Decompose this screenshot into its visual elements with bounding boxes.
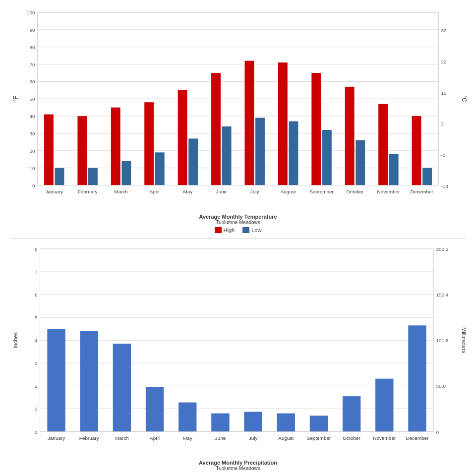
svg-text:50.8: 50.8 xyxy=(436,383,446,389)
svg-text:June: June xyxy=(215,435,226,440)
svg-text:March: March xyxy=(114,189,128,194)
svg-text:101.6: 101.6 xyxy=(436,338,449,343)
svg-rect-46 xyxy=(222,126,232,185)
temperature-chart-section: 0102030405060708090100-18-82122232°F°CJa… xyxy=(10,5,466,235)
svg-rect-40 xyxy=(155,152,165,185)
legend-low-label: Low xyxy=(251,227,261,233)
svg-rect-64 xyxy=(422,168,432,185)
svg-text:February: February xyxy=(79,435,99,440)
svg-text:May: May xyxy=(183,435,192,440)
svg-text:January: January xyxy=(48,435,65,440)
svg-text:December: December xyxy=(406,435,429,440)
svg-text:10: 10 xyxy=(29,166,35,171)
svg-rect-43 xyxy=(188,138,198,185)
svg-rect-96 xyxy=(113,344,131,431)
legend-high-label: High xyxy=(224,227,235,233)
svg-rect-61 xyxy=(389,154,399,185)
svg-rect-102 xyxy=(211,413,229,431)
svg-text:August: August xyxy=(281,189,296,194)
svg-text:0: 0 xyxy=(436,429,439,434)
svg-text:5: 5 xyxy=(35,315,38,320)
svg-text:2: 2 xyxy=(441,121,444,126)
svg-rect-98 xyxy=(146,387,164,431)
svg-text:70: 70 xyxy=(29,62,35,67)
precipitation-chart-area: 012345678050.8101.6152.4203.2InchesMilli… xyxy=(10,241,466,459)
precipitation-chart-svg: 012345678050.8101.6152.4203.2InchesMilli… xyxy=(10,241,466,459)
svg-rect-60 xyxy=(378,104,388,185)
svg-text:December: December xyxy=(411,189,434,194)
svg-text:February: February xyxy=(78,189,98,194)
precipitation-chart-section: 012345678050.8101.6152.4203.2InchesMilli… xyxy=(10,241,466,472)
svg-rect-94 xyxy=(80,331,98,431)
page-container: 0102030405060708090100-18-82122232°F°CJa… xyxy=(0,0,476,476)
svg-text:July: July xyxy=(250,189,259,194)
svg-rect-63 xyxy=(412,116,421,185)
svg-text:7: 7 xyxy=(35,269,38,275)
svg-text:30: 30 xyxy=(29,131,35,136)
svg-text:July: July xyxy=(249,435,258,440)
svg-text:-8: -8 xyxy=(441,152,446,158)
svg-rect-49 xyxy=(255,118,265,185)
svg-text:Inches: Inches xyxy=(13,332,19,348)
svg-rect-39 xyxy=(144,102,154,185)
svg-text:90: 90 xyxy=(29,27,35,33)
precipitation-chart-title: Average Monthly Precipitation xyxy=(199,460,277,466)
svg-text:0: 0 xyxy=(32,183,35,188)
svg-text:October: October xyxy=(346,189,364,194)
temperature-chart-area: 0102030405060708090100-18-82122232°F°CJa… xyxy=(10,5,466,213)
svg-rect-51 xyxy=(278,62,288,185)
svg-text:3: 3 xyxy=(35,360,38,366)
svg-rect-104 xyxy=(244,412,262,431)
svg-text:November: November xyxy=(377,189,400,194)
svg-rect-48 xyxy=(244,61,254,185)
svg-text:May: May xyxy=(183,189,192,194)
svg-rect-108 xyxy=(310,416,328,431)
svg-rect-114 xyxy=(408,325,426,431)
svg-text:40: 40 xyxy=(29,114,35,119)
svg-rect-54 xyxy=(311,73,321,185)
svg-text:°C: °C xyxy=(461,96,468,103)
svg-text:September: September xyxy=(307,435,331,440)
precipitation-chart-subtitle: Tuolumne Meadows xyxy=(216,466,260,471)
svg-text:60: 60 xyxy=(29,79,35,84)
svg-rect-42 xyxy=(178,90,187,185)
svg-rect-52 xyxy=(289,121,298,185)
svg-rect-58 xyxy=(356,140,365,185)
temperature-legend: High Low xyxy=(215,227,262,233)
svg-text:4: 4 xyxy=(35,338,38,343)
svg-rect-34 xyxy=(88,168,98,185)
svg-text:152.4: 152.4 xyxy=(436,292,449,298)
svg-text:0: 0 xyxy=(35,429,38,434)
svg-rect-106 xyxy=(277,413,295,431)
svg-text:80: 80 xyxy=(29,45,35,50)
svg-text:April: April xyxy=(150,435,160,440)
temperature-chart-subtitle: Tuolumne Meadows xyxy=(216,220,260,225)
svg-rect-112 xyxy=(375,378,393,431)
svg-text:203.2: 203.2 xyxy=(436,246,449,251)
svg-rect-110 xyxy=(343,396,360,431)
svg-rect-55 xyxy=(322,130,332,185)
svg-text:April: April xyxy=(149,189,159,194)
svg-text:-18: -18 xyxy=(441,183,449,189)
svg-text:50: 50 xyxy=(29,96,35,102)
chart-divider xyxy=(10,238,466,238)
svg-rect-92 xyxy=(47,329,65,431)
svg-rect-100 xyxy=(178,402,196,431)
svg-text:January: January xyxy=(45,189,62,194)
svg-text:March: March xyxy=(115,435,129,440)
svg-text:October: October xyxy=(343,435,360,440)
svg-text:1: 1 xyxy=(35,406,38,412)
svg-text:2: 2 xyxy=(35,383,38,389)
svg-text:6: 6 xyxy=(35,292,38,298)
temperature-chart-title: Average Monthly Temperature xyxy=(199,214,277,220)
svg-text:Millimeters: Millimeters xyxy=(461,327,467,354)
svg-rect-31 xyxy=(55,168,64,185)
svg-text:12: 12 xyxy=(441,90,447,96)
svg-rect-45 xyxy=(211,73,221,185)
svg-text:8: 8 xyxy=(35,246,38,251)
svg-text:20: 20 xyxy=(29,148,35,154)
legend-high-box xyxy=(215,227,222,233)
svg-rect-57 xyxy=(345,87,355,185)
svg-rect-36 xyxy=(111,108,120,185)
temperature-chart-svg: 0102030405060708090100-18-82122232°F°CJa… xyxy=(10,5,466,213)
